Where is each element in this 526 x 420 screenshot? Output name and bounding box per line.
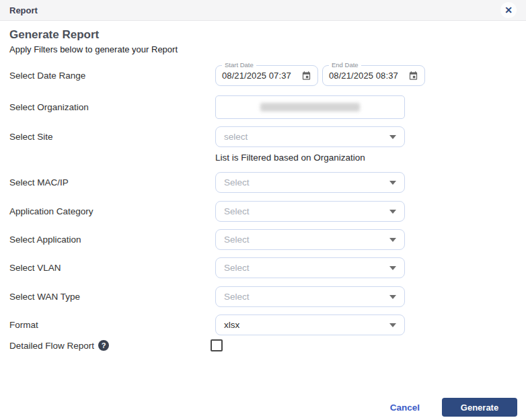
date-range-label: Select Date Range: [9, 71, 85, 81]
help-icon[interactable]: ?: [98, 340, 109, 351]
format-label: Format: [9, 320, 38, 330]
start-date-field[interactable]: Start Date 08/21/2025 07:37: [215, 65, 318, 86]
start-date-floating-label: Start Date: [222, 61, 256, 69]
end-date-field[interactable]: End Date 08/21/2025 08:37: [322, 65, 425, 86]
calendar-icon[interactable]: [408, 71, 418, 81]
site-row: Select Site select: [9, 126, 53, 147]
chevron-down-icon: [389, 238, 396, 242]
dialog-header: Report ✕: [0, 0, 526, 21]
vlan-select[interactable]: Select: [215, 257, 405, 278]
mac-ip-label: Select MAC/IP: [9, 177, 69, 187]
vlan-label: Select VLAN: [9, 263, 61, 273]
mac-ip-row: Select MAC/IP Select: [9, 172, 69, 193]
date-range-fields: Start Date 08/21/2025 07:37 End Date 08/…: [215, 65, 425, 86]
wan-type-field-col: Select: [215, 286, 405, 307]
detailed-flow-row: Detailed Flow Report ?: [9, 338, 109, 353]
chevron-down-icon: [389, 323, 396, 327]
application-row: Select Application Select: [9, 229, 81, 250]
vlan-field-col: Select: [215, 257, 405, 278]
dialog-title: Report: [9, 5, 38, 15]
report-dialog: Report ✕ Generate Report Apply Filters b…: [0, 0, 526, 420]
page-title: Generate Report: [9, 28, 99, 42]
calendar-icon[interactable]: [301, 71, 311, 81]
wan-type-placeholder: Select: [224, 292, 250, 302]
chevron-down-icon: [389, 266, 396, 270]
chevron-down-icon: [389, 295, 396, 299]
mac-ip-select[interactable]: Select: [215, 172, 405, 193]
format-field-col: xlsx: [215, 314, 405, 335]
dialog-footer: Cancel Generate: [390, 398, 517, 417]
format-select[interactable]: xlsx: [215, 314, 405, 335]
organization-label: Select Organization: [9, 102, 89, 112]
application-field-col: Select: [215, 229, 405, 250]
end-date-value[interactable]: 08/21/2025 08:37: [329, 71, 398, 81]
format-row: Format xlsx: [9, 314, 38, 335]
page-subtitle: Apply Filters below to generate your Rep…: [9, 44, 178, 54]
detailed-flow-field-col: [211, 339, 223, 351]
application-label: Select Application: [9, 235, 81, 245]
end-date-floating-label: End Date: [329, 61, 361, 69]
app-category-placeholder: Select: [224, 206, 250, 216]
wan-type-row: Select WAN Type Select: [9, 286, 80, 307]
vlan-row: Select VLAN Select: [9, 257, 61, 278]
organization-redacted-value: [260, 103, 360, 112]
generate-button[interactable]: Generate: [442, 398, 517, 417]
site-placeholder: select: [224, 132, 248, 142]
cancel-button[interactable]: Cancel: [390, 403, 420, 413]
mac-ip-field-col: Select: [215, 172, 405, 193]
app-category-select[interactable]: Select: [215, 201, 405, 222]
application-placeholder: Select: [224, 235, 250, 245]
close-icon[interactable]: ✕: [500, 2, 517, 18]
organization-input[interactable]: [215, 95, 405, 119]
chevron-down-icon: [389, 135, 396, 139]
app-category-row: Application Category Select: [9, 201, 93, 222]
site-select[interactable]: select: [215, 126, 405, 147]
site-label: Select Site: [9, 132, 53, 142]
detailed-flow-checkbox[interactable]: [211, 339, 223, 351]
chevron-down-icon: [389, 210, 396, 214]
app-category-field-col: Select: [215, 201, 405, 222]
site-helper-text: List is Filtered based on Organization: [215, 153, 365, 163]
chevron-down-icon: [389, 181, 396, 185]
organization-row: Select Organization: [9, 95, 89, 119]
site-field-col: select: [215, 126, 405, 147]
vlan-placeholder: Select: [224, 263, 250, 273]
organization-field-col: [215, 95, 405, 119]
application-select[interactable]: Select: [215, 229, 405, 250]
date-range-row: Select Date Range Start Date 08/21/2025 …: [9, 65, 85, 86]
start-date-value[interactable]: 08/21/2025 07:37: [222, 71, 291, 81]
wan-type-label: Select WAN Type: [9, 292, 80, 302]
wan-type-select[interactable]: Select: [215, 286, 405, 307]
app-category-label: Application Category: [9, 206, 93, 216]
detailed-flow-label: Detailed Flow Report: [9, 341, 94, 351]
format-value: xlsx: [224, 320, 239, 330]
mac-ip-placeholder: Select: [224, 177, 250, 187]
